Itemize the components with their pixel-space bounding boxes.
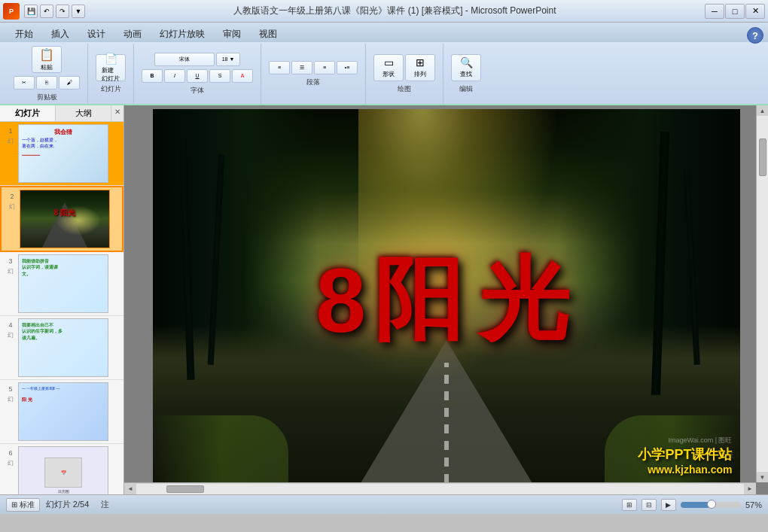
- redo-quick-btn[interactable]: ↷: [56, 5, 69, 18]
- minimize-button[interactable]: ─: [705, 4, 724, 19]
- ribbon: 开始 插入 设计 动画 幻灯片放映 审阅 视图 ? 📋 粘贴 ✂ ⎘ 🖌 剪贴板: [0, 23, 768, 105]
- slide-title-content: 8 阳 光: [315, 255, 577, 345]
- paragraph-group-label: 段落: [306, 78, 320, 87]
- tab-insert[interactable]: 插入: [42, 26, 78, 42]
- slide-thumb-1[interactable]: 1 幻 我会猜 一个落，赵横梁， 著在两，由在来. ━━━━━━━━: [0, 122, 123, 186]
- align-center-button[interactable]: ☰: [291, 61, 312, 74]
- restore-button[interactable]: □: [725, 4, 745, 19]
- view-icon: ⊞: [11, 500, 17, 509]
- zoom-slider-fill: [681, 502, 711, 508]
- close-button[interactable]: ✕: [745, 4, 765, 19]
- font-group-label: 字体: [190, 86, 204, 96]
- cut-button[interactable]: ✂: [14, 76, 35, 90]
- customize-quick-btn[interactable]: ▼: [72, 5, 85, 18]
- slide-thumb-6[interactable]: 6 幻 📅 日历图: [0, 444, 123, 494]
- normal-view-button[interactable]: ⊞: [622, 499, 637, 511]
- copy-button[interactable]: ⎘: [36, 76, 57, 90]
- ribbon-group-paragraph: ≡ ☰ ≡ •≡ 段落: [261, 44, 366, 104]
- slide-sorter-button[interactable]: ⊟: [642, 499, 657, 511]
- scroll-thumb-v[interactable]: [759, 138, 766, 176]
- slide-thumb-4[interactable]: 4 幻 我要画出自己不 认识的生字新词，多 读几遍。: [0, 316, 123, 380]
- list-bullet-button[interactable]: •≡: [337, 61, 358, 74]
- help-button[interactable]: ?: [747, 27, 763, 44]
- scroll-up-button[interactable]: ▲: [757, 105, 769, 116]
- scroll-right-button[interactable]: ►: [744, 484, 756, 494]
- zoom-slider-thumb[interactable]: [707, 500, 716, 509]
- watermark-line1: 小学PPT课件站: [638, 445, 732, 464]
- tab-animation[interactable]: 动画: [114, 26, 151, 42]
- slide-num-1: 1 幻: [3, 124, 18, 183]
- s2-title: 阳光: [60, 208, 75, 217]
- panel-tab-slides[interactable]: 幻灯片: [0, 105, 56, 121]
- vertical-scrollbar[interactable]: ▲ ▼: [756, 105, 768, 482]
- slideshow-view-button[interactable]: ▶: [661, 499, 676, 511]
- titlebar-left: P 💾 ↶ ↷ ▼: [3, 3, 85, 20]
- slide-label-char: 幻: [8, 137, 14, 145]
- shapes-row: ▭ 形状 ⊞ 排列: [373, 54, 435, 81]
- drawing-group-label: 绘图: [398, 84, 411, 94]
- format-painter-button[interactable]: 🖌: [59, 76, 80, 90]
- slide-thumb-2[interactable]: 2 幻 8 阳光: [0, 186, 123, 252]
- slide-preview-4: 我要画出自己不 认识的生字新词，多 读几遍。: [18, 318, 108, 377]
- clipboard-label: 剪贴板: [37, 93, 57, 102]
- slide-thumb-5[interactable]: 5 幻 — 一年级上册第8课 — 阳 光: [0, 380, 123, 444]
- undo-quick-btn[interactable]: ↶: [40, 5, 53, 18]
- tab-view[interactable]: 视图: [250, 26, 286, 42]
- font-size-select[interactable]: 18 ▼: [216, 53, 240, 66]
- slide-thumb-3[interactable]: 3 幻 我能借助拼音 认识字词，读通课 文。: [0, 252, 123, 316]
- shapes-button[interactable]: ▭ 形状: [373, 54, 404, 81]
- site-watermark: 小学PPT课件站 www.kjzhan.com: [638, 445, 732, 476]
- slide-preview-1: 我会猜 一个落，赵横梁， 著在两，由在来. ━━━━━━━━: [18, 124, 108, 183]
- tab-design[interactable]: 设计: [78, 26, 114, 42]
- arrange-button[interactable]: ⊞ 排列: [405, 54, 435, 81]
- slide-label-char-3: 幻: [8, 267, 14, 275]
- panel-close-button[interactable]: ✕: [111, 105, 123, 117]
- slide-num-5: 5 幻: [3, 382, 18, 441]
- arrange-label: 排列: [414, 70, 426, 78]
- align-right-button[interactable]: ≡: [314, 61, 335, 74]
- shadow-button[interactable]: S: [209, 69, 230, 83]
- find-button[interactable]: 🔍 查找: [451, 54, 481, 81]
- bold-button[interactable]: B: [142, 69, 163, 83]
- font-name-select[interactable]: 宋体: [154, 53, 215, 66]
- tab-review[interactable]: 审阅: [214, 26, 250, 42]
- view-standard-button[interactable]: ⊞ 标准: [6, 498, 40, 512]
- ribbon-content: 📋 粘贴 ✂ ⎘ 🖌 剪贴板 📄 新建幻灯片 幻灯片 宋体: [0, 42, 768, 105]
- ribbon-group-drawing: ▭ 形状 ⊞ 排列 绘图: [366, 44, 443, 104]
- tab-slideshow[interactable]: 幻灯片放映: [151, 26, 214, 42]
- s4-text: 我要画出自己不 认识的生字新词，多 读几遍。: [22, 322, 105, 341]
- editing-group-label: 编辑: [459, 84, 473, 94]
- underline-button[interactable]: U: [187, 69, 208, 83]
- font-row2: B I U S A: [142, 69, 253, 83]
- italic-button[interactable]: I: [164, 69, 185, 83]
- scroll-track-h[interactable]: [136, 484, 744, 494]
- statusbar-left: ⊞ 标准 幻灯片 2/54 注: [6, 498, 616, 512]
- align-left-button[interactable]: ≡: [269, 61, 290, 74]
- save-quick-btn[interactable]: 💾: [24, 5, 38, 18]
- scroll-left-button[interactable]: ◄: [124, 484, 136, 494]
- font-row1: 宋体 18 ▼: [154, 53, 240, 66]
- horizontal-scrollbar[interactable]: ◄ ►: [124, 482, 756, 494]
- ribbon-group-clipboard: 📋 粘贴 ✂ ⎘ 🖌 剪贴板: [6, 44, 88, 104]
- scroll-track-v[interactable]: [757, 116, 768, 472]
- slide-title-char2: 光: [479, 255, 577, 345]
- shapes-label: 形状: [382, 70, 395, 78]
- new-slide-label: 新建幻灯片: [102, 66, 120, 83]
- tab-home[interactable]: 开始: [6, 26, 42, 42]
- new-slide-button[interactable]: 📄 新建幻灯片: [96, 54, 126, 81]
- font-color-button[interactable]: A: [232, 69, 253, 83]
- panel-tab-outline[interactable]: 大纲: [56, 105, 111, 121]
- scroll-thumb-h[interactable]: [166, 485, 204, 493]
- window-title: 人教版语文一年级上册第八课《阳光》课件 (1) [兼容模式] - Microso…: [85, 5, 705, 17]
- slide-number-label-4: 4: [8, 321, 12, 329]
- ribbon-tabs: 开始 插入 设计 动画 幻灯片放映 审阅 视图 ?: [0, 23, 768, 42]
- s1-text: 一个落，赵横梁， 著在两，由在来. ━━━━━━━━: [22, 138, 105, 157]
- scroll-down-button[interactable]: ▼: [757, 472, 769, 482]
- new-slide-icon: 📄: [105, 53, 117, 65]
- slides-row: 📄 新建幻灯片: [96, 54, 126, 81]
- zoom-slider[interactable]: [681, 502, 741, 508]
- s5-content: — 一年级上册第8课 — 阳 光: [20, 385, 106, 405]
- arrange-icon: ⊞: [416, 56, 425, 68]
- paste-button[interactable]: 📋 粘贴: [32, 46, 62, 73]
- slide-title-char1: 阳: [373, 255, 471, 345]
